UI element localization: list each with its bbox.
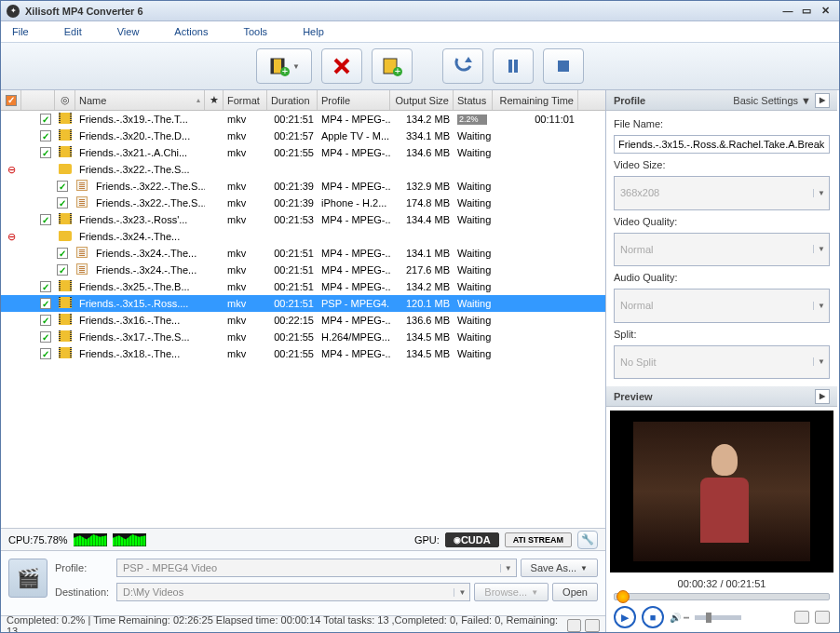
table-row[interactable]: Friends.-.3x19.-.The.T...mkv00:21:51MP4 … (1, 111, 605, 128)
table-row[interactable]: Friends.-.3x20.-.The.D...mkv00:21:57Appl… (1, 128, 605, 144)
add-file-button[interactable]: +▼ (256, 48, 312, 84)
col-star[interactable]: ★ (205, 90, 224, 110)
table-row[interactable]: Friends.-.3x24.-.The...mkv00:21:51MP4 - … (1, 245, 605, 262)
menu-edit[interactable]: Edit (64, 26, 82, 37)
close-button[interactable]: ✕ (817, 4, 833, 19)
file-list[interactable]: Friends.-.3x19.-.The.T...mkv00:21:51MP4 … (1, 111, 605, 528)
table-row[interactable]: Friends.-.3x18.-.The...mkv00:21:55MP4 - … (1, 345, 605, 362)
col-output-size[interactable]: Output Size (390, 90, 454, 110)
table-row[interactable]: Friends.-.3x23.-.Ross'...mkv00:21:53MP4 … (1, 211, 605, 228)
cell-size: 134.2 MB (390, 281, 454, 292)
table-row[interactable]: Friends.-.3x21.-.A.Chi...mkv00:21:55MP4 … (1, 144, 605, 161)
volume-slider[interactable] (695, 615, 741, 620)
cell-size: 334.1 MB (390, 130, 454, 141)
row-checkbox[interactable] (57, 264, 68, 276)
fullscreen-icon[interactable] (794, 611, 809, 624)
table-row[interactable]: Friends.-.3x15.-.Ross....mkv00:21:51PSP … (1, 295, 605, 312)
table-row[interactable]: Friends.-.3x22.-.The.S...mkv00:21:39MP4 … (1, 178, 605, 195)
table-row[interactable]: Friends.-.3x16.-.The...mkv00:22:15MP4 - … (1, 312, 605, 329)
cell-format: mkv (224, 298, 267, 309)
filename-field[interactable] (614, 135, 830, 154)
preview-video[interactable] (610, 411, 833, 572)
audioquality-combo[interactable]: Normal (614, 289, 830, 323)
stop-button[interactable] (543, 48, 584, 84)
table-row[interactable]: Friends.-.3x22.-.The.S...mkv00:21:39iPho… (1, 195, 605, 211)
collapse-icon[interactable]: ⊖ (7, 164, 16, 173)
col-format[interactable]: Format (224, 90, 267, 110)
menu-file[interactable]: File (12, 26, 29, 37)
seek-thumb[interactable] (616, 590, 630, 603)
cell-profile: MP4 - MPEG-... (318, 114, 390, 125)
row-checkbox[interactable] (57, 197, 68, 209)
profile-combo[interactable]: PSP - MPEG4 Video (116, 559, 517, 577)
col-remaining[interactable]: Remaining Time (493, 90, 578, 110)
cell-format: mkv (224, 331, 267, 343)
row-checkbox[interactable] (40, 147, 51, 158)
volume-icon[interactable]: 🔊 ┅ (670, 613, 689, 623)
menu-help[interactable]: Help (303, 26, 324, 37)
report-icon[interactable] (567, 619, 582, 632)
minimize-button[interactable]: — (779, 4, 796, 19)
cell-status: Waiting (454, 264, 493, 276)
videosize-combo[interactable]: 368x208 (614, 176, 830, 210)
preview-arrow-icon[interactable]: ▶ (815, 389, 830, 404)
cell-format: mkv (224, 130, 267, 141)
player-stop-button[interactable]: ■ (642, 606, 664, 628)
collapse-icon[interactable]: ⊖ (7, 231, 16, 240)
table-row[interactable]: ⊖Friends.-.3x22.-.The.S... (1, 161, 605, 178)
col-type-icon[interactable]: ◎ (55, 90, 75, 110)
col-duration[interactable]: Duration (267, 90, 318, 110)
remove-button[interactable] (321, 48, 362, 84)
cell-size: 174.8 MB (390, 197, 454, 209)
browse-button[interactable]: Browse... ▼ (474, 583, 549, 601)
row-checkbox[interactable] (40, 348, 51, 359)
cell-status: Waiting (454, 248, 493, 259)
row-checkbox[interactable] (57, 181, 68, 192)
row-checkbox[interactable] (40, 315, 51, 326)
add-profile-button[interactable]: + (372, 48, 413, 84)
videoquality-combo[interactable]: Normal (614, 233, 830, 267)
row-checkbox[interactable] (40, 331, 51, 343)
header-checkbox[interactable] (6, 95, 17, 106)
col-profile[interactable]: Profile (318, 90, 390, 110)
table-row[interactable]: Friends.-.3x25.-.The.B...mkv00:21:51MP4 … (1, 278, 605, 295)
menu-view[interactable]: View (117, 26, 140, 37)
snapshot-icon[interactable] (815, 611, 830, 624)
table-row[interactable]: Friends.-.3x17.-.The.S...mkv00:21:55H.26… (1, 329, 605, 345)
play-button[interactable]: ▶ (614, 606, 636, 628)
col-name[interactable]: Name▴ (75, 90, 205, 110)
basic-settings-toggle[interactable]: Basic Settings ▼ (733, 95, 811, 106)
cell-size: 134.1 MB (390, 248, 454, 259)
row-checkbox[interactable] (40, 114, 51, 125)
row-checkbox[interactable] (40, 130, 51, 141)
settings-button[interactable]: 🔧 (577, 531, 598, 549)
pause-button[interactable] (493, 48, 534, 84)
split-label: Split: (614, 329, 830, 340)
col-status[interactable]: Status (454, 90, 493, 110)
cell-remaining: 00:11:01 (493, 114, 578, 125)
audioquality-label: Audio Quality: (614, 272, 830, 283)
videoquality-label: Video Quality: (614, 216, 830, 227)
panel-arrow-icon[interactable]: ▶ (815, 93, 830, 108)
seek-bar[interactable] (614, 593, 830, 600)
save-as-button[interactable]: Save As... ▼ (521, 559, 598, 577)
cell-format: mkv (224, 197, 267, 209)
convert-button[interactable] (442, 48, 483, 84)
table-row[interactable]: ⊖Friends.-.3x24.-.The... (1, 228, 605, 245)
menu-tools[interactable]: Tools (243, 26, 267, 37)
layout-icon[interactable] (585, 619, 600, 632)
maximize-button[interactable]: ▭ (798, 4, 815, 19)
table-row[interactable]: Friends.-.3x24.-.The...mkv00:21:51MP4 - … (1, 262, 605, 278)
row-checkbox[interactable] (40, 214, 51, 225)
cell-size: 217.6 MB (390, 264, 454, 276)
row-checkbox[interactable] (40, 281, 51, 292)
destination-combo[interactable]: D:\My Videos (116, 583, 470, 601)
cell-status: Waiting (454, 281, 493, 292)
split-combo[interactable]: No Split (614, 345, 830, 380)
open-button[interactable]: Open (552, 583, 598, 601)
menu-actions[interactable]: Actions (174, 26, 208, 37)
row-checkbox[interactable] (40, 298, 51, 309)
cell-size: 134.4 MB (390, 214, 454, 225)
row-checkbox[interactable] (57, 248, 68, 259)
cell-name: Friends.-.3x17.-.The.S... (75, 331, 205, 343)
